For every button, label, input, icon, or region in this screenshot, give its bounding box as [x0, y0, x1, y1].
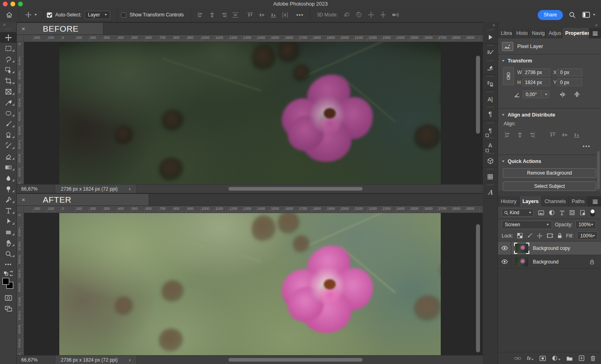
tab-paths[interactable]: Paths: [569, 196, 588, 207]
align-bottom-icon[interactable]: [270, 12, 277, 18]
width-field[interactable]: 2736 px: [522, 68, 550, 76]
history-brush-tool[interactable]: [0, 140, 17, 151]
delete-layer-icon[interactable]: [590, 355, 596, 361]
panel-menu-icon[interactable]: [589, 28, 601, 38]
visibility-toggle[interactable]: [498, 241, 511, 255]
close-tab-icon[interactable]: ×: [22, 196, 25, 203]
align-top-icon[interactable]: [247, 12, 254, 18]
select-subject-button[interactable]: Select Subject: [503, 181, 596, 191]
eyedropper-tool[interactable]: [0, 97, 17, 108]
lasso-tool[interactable]: [0, 54, 17, 64]
brush-settings-panel-button[interactable]: [483, 44, 498, 59]
after-vscroll-thumb[interactable]: [476, 224, 480, 352]
foreground-background-swatches[interactable]: [0, 277, 17, 291]
toolbar-grip[interactable]: [5, 28, 12, 30]
swap-colors-icon[interactable]: [0, 270, 17, 277]
hand-tool[interactable]: [0, 237, 17, 248]
flip-horizontal-icon[interactable]: [559, 91, 566, 98]
fill-dropdown[interactable]: 100%: [577, 231, 598, 240]
distribute-horizontal-icon[interactable]: [282, 12, 288, 18]
tab-channels[interactable]: Channels: [542, 196, 569, 207]
after-canvas-image[interactable]: [59, 213, 441, 355]
lock-position-icon[interactable]: [536, 233, 543, 239]
toolbar-ellipsis-icon[interactable]: •••: [0, 259, 17, 270]
move-tool[interactable]: [0, 32, 17, 43]
layer-name[interactable]: Background: [533, 259, 559, 265]
remove-background-button[interactable]: Remove Background: [503, 168, 596, 178]
crop-tool[interactable]: [0, 75, 17, 86]
lock-image-pixels-icon[interactable]: [526, 233, 533, 239]
show-transform-checkbox[interactable]: [121, 12, 126, 18]
visibility-toggle[interactable]: [498, 255, 511, 268]
type-tool[interactable]: [0, 205, 17, 216]
layer-row-background-copy[interactable]: Background copy: [498, 241, 601, 255]
auto-select-dropdown[interactable]: Layer: [85, 11, 110, 19]
before-horizontal-scrollbar[interactable]: [228, 187, 363, 191]
glyphs-panel-button[interactable]: A: [483, 183, 498, 198]
before-zoom-level[interactable]: 66,67%: [17, 186, 42, 192]
before-doc-info[interactable]: 2736 px x 1824 px (72 ppi) ›: [55, 185, 137, 193]
3d-pan-icon[interactable]: [367, 11, 375, 18]
toolbar-collapse-icon[interactable]: »: [0, 22, 16, 28]
align-right-icon[interactable]: [528, 131, 536, 139]
filter-pixel-layers-icon[interactable]: [538, 210, 545, 216]
lock-all-icon[interactable]: [557, 233, 563, 239]
tab-layers[interactable]: Layers: [520, 196, 542, 207]
home-icon[interactable]: [6, 11, 13, 18]
new-group-icon[interactable]: [566, 356, 573, 361]
character-styles-panel-button[interactable]: A: [483, 136, 498, 151]
filter-type-layers-icon[interactable]: [559, 210, 565, 216]
foreground-color-swatch[interactable]: [2, 278, 9, 285]
tab-navigator[interactable]: Navig: [529, 28, 546, 38]
align-center-horizontal-icon[interactable]: [209, 12, 216, 18]
height-field[interactable]: 1824 px: [522, 78, 550, 86]
align-section-header[interactable]: Align and Distribute: [498, 109, 601, 119]
blend-mode-dropdown[interactable]: Screen: [502, 221, 552, 229]
align-left-icon[interactable]: [504, 131, 512, 139]
character-panel-button[interactable]: A|: [483, 90, 498, 105]
quick-actions-header[interactable]: Quick Actions: [498, 155, 601, 165]
marquee-tool[interactable]: [0, 43, 17, 54]
brush-tool[interactable]: [0, 119, 17, 129]
after-doc-info[interactable]: 2736 px x 1824 px (72 ppi) ›: [55, 356, 137, 364]
dock-expand-icon[interactable]: «: [483, 22, 498, 28]
3d-slide-icon[interactable]: [379, 11, 387, 18]
share-button[interactable]: Share: [538, 10, 563, 20]
new-adjustment-layer-icon[interactable]: [552, 355, 561, 361]
layers-menu-icon[interactable]: [589, 196, 601, 207]
after-vertical-scrollbar[interactable]: [476, 214, 480, 354]
quick-mask-icon[interactable]: [0, 292, 17, 303]
dodge-tool[interactable]: [0, 183, 17, 194]
y-field[interactable]: 0 px: [557, 78, 582, 86]
search-icon[interactable]: [569, 11, 576, 18]
brushes-panel-button[interactable]: [483, 59, 498, 74]
align-middle-vertical-icon[interactable]: [258, 12, 265, 18]
align-top-icon[interactable]: [549, 131, 557, 139]
layer-row-background[interactable]: Background: [498, 255, 601, 269]
tab-after[interactable]: × AFTER: [17, 194, 149, 205]
eraser-tool[interactable]: [0, 151, 17, 162]
patterns-panel-button[interactable]: [483, 167, 498, 183]
lock-transparent-pixels-icon[interactable]: [517, 233, 523, 239]
clone-source-panel-button[interactable]: [483, 74, 498, 90]
layer-styles-icon[interactable]: fx: [527, 355, 534, 361]
healing-brush-tool[interactable]: [0, 108, 17, 119]
tab-before[interactable]: × BEFORE: [17, 23, 103, 34]
panel-collapse-icon[interactable]: »: [498, 22, 601, 28]
add-layer-mask-icon[interactable]: [539, 356, 546, 361]
gradient-tool[interactable]: [0, 162, 17, 173]
align-center-horizontal-icon[interactable]: [516, 131, 524, 139]
align-bottom-icon[interactable]: [573, 131, 581, 139]
filter-toggle-switch[interactable]: [590, 209, 595, 217]
lock-artboard-icon[interactable]: [547, 233, 553, 239]
tab-history[interactable]: History: [498, 196, 520, 207]
align-middle-vertical-icon[interactable]: [561, 131, 569, 139]
move-tool-options-icon[interactable]: [25, 12, 37, 18]
paragraph-styles-panel-button[interactable]: ¶: [483, 121, 498, 136]
align-right-icon[interactable]: [220, 12, 227, 18]
after-horizontal-scrollbar[interactable]: [228, 358, 363, 362]
transform-section-header[interactable]: Transform: [498, 54, 601, 64]
filter-adjustment-layers-icon[interactable]: [549, 209, 555, 216]
rotation-field[interactable]: 0,00°: [523, 90, 549, 98]
layer-thumbnail[interactable]: [514, 256, 529, 267]
